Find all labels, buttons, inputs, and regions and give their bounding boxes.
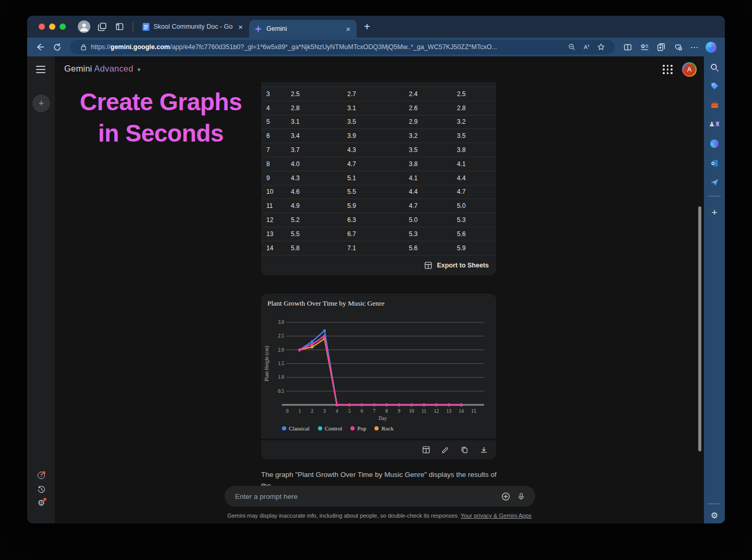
copilot-icon[interactable] [706,42,716,53]
help-icon[interactable]: ? [36,470,46,481]
table-cell: 2.4 [409,90,457,98]
table-cell: 5.8 [291,244,347,252]
add-file-icon[interactable] [498,488,513,504]
brand-name: Gemini [64,64,92,73]
zoom-window-button[interactable] [60,24,66,30]
table-cell: 7.1 [347,244,409,252]
browser-toolbar: https://gemini.google.com/app/e4e7fc7760… [27,38,725,56]
table-cell: 4.0 [291,160,347,168]
headline-overlay: Create Graphs in Seconds [67,86,255,149]
browser-profile-button[interactable] [77,20,91,33]
table-cell: 4.4 [457,174,496,182]
download-icon[interactable] [479,446,488,454]
chart-card: Plant Growth Over Time by Music Genre 0.… [261,294,496,439]
games-icon[interactable]: ♟♜ [709,118,720,130]
page-scrollbar[interactable] [698,206,701,451]
svg-text:3: 3 [323,409,326,414]
table-cell: 5.1 [347,174,409,182]
favorite-star-icon[interactable] [594,40,608,54]
shopping-tag-icon[interactable] [709,80,720,92]
table-cell: 5.5 [347,188,409,195]
url-text: https://gemini.google.com/app/e4e7fc7760… [91,43,565,51]
table-cell: 4 [266,104,291,112]
tab-title: Skool Community Doc - Googl [154,23,233,30]
table-cell: 4.7 [347,160,409,168]
svg-text:15: 15 [471,409,476,414]
table-cell: 3.8 [409,160,457,168]
favorites-icon[interactable] [637,40,652,54]
legend-item: Pop [350,425,366,431]
close-tab-icon[interactable]: × [345,25,351,33]
legend-label: Classical [289,425,310,431]
microphone-icon[interactable] [513,488,529,504]
collections-icon[interactable] [653,40,669,54]
table-cell: 5.9 [457,244,496,252]
browser-essentials-icon[interactable] [670,40,686,54]
address-bar[interactable]: https://gemini.google.com/app/e4e7fc7760… [70,40,615,54]
settings-icon[interactable]: ⚙ [36,498,46,508]
svg-text:0: 0 [286,409,289,414]
table-view-icon[interactable] [421,446,430,454]
outlook-icon[interactable] [709,157,720,169]
prompt-bar[interactable] [225,486,535,507]
history-icon[interactable] [36,484,46,495]
sidebar-settings-icon[interactable]: ⚙ [709,509,720,521]
tab-skool-doc[interactable]: Skool Community Doc - Googl × [137,19,249,34]
table-cell: 7 [266,146,291,154]
minimize-window-button[interactable] [49,24,55,30]
table-cell: 4.7 [409,202,457,209]
table-cell: 3.9 [347,132,409,139]
add-sidebar-item-icon[interactable]: + [709,207,720,218]
edit-pencil-icon[interactable] [441,446,450,454]
legend-dot [350,426,355,430]
zoom-out-icon[interactable] [565,40,579,54]
new-tab-button[interactable]: + [364,21,370,33]
chevron-down-icon: ▾ [137,66,140,73]
close-tab-icon[interactable]: × [237,23,244,31]
split-screen-icon[interactable] [620,40,636,54]
table-cell: 5.6 [409,244,457,252]
read-aloud-icon[interactable]: A [579,40,594,54]
svg-text:Day: Day [379,416,387,421]
toolbox-icon[interactable] [709,99,720,111]
reload-button[interactable] [49,40,65,54]
table-row: 114.95.94.75.0 [261,199,496,213]
table-cell: 3.7 [291,146,347,154]
designer-icon[interactable] [709,138,720,149]
svg-text:Plant Height (cm): Plant Height (cm) [264,346,270,381]
legend-item: Classical [282,425,310,431]
table-cell: 2.9 [409,118,457,125]
gemini-brand[interactable]: Gemini Advanced ▾ [64,64,140,74]
new-chat-button[interactable]: + [32,95,50,112]
sidebar-divider [708,196,721,196]
google-docs-icon [143,23,149,31]
google-apps-icon[interactable] [663,65,673,74]
table-row: 104.65.54.44.7 [261,185,496,200]
svg-text:11: 11 [421,409,426,414]
workspaces-icon[interactable] [95,20,109,33]
export-to-sheets-button[interactable]: Export to Sheets [437,262,489,269]
table-cell: 5 [266,118,291,125]
back-button[interactable] [32,40,48,54]
disclaimer: Gemini may display inaccurate info, incl… [55,512,704,519]
svg-text:2.0: 2.0 [278,347,284,353]
search-icon[interactable] [709,62,720,73]
sheets-table-icon [424,261,432,270]
copy-icon[interactable] [460,446,469,454]
lock-icon[interactable] [76,40,91,54]
avatar-letter: A [684,64,696,76]
tab-actions-icon[interactable] [113,20,126,33]
table-row: 42.83.12.62.8 [261,101,496,115]
table-body: 32.52.72.42.542.83.12.62.853.13.52.93.26… [261,87,496,255]
overflow-menu-icon[interactable]: ⋯ [687,40,702,54]
account-avatar[interactable]: A [682,62,697,77]
close-window-button[interactable] [39,24,45,30]
tab-gemini[interactable]: Gemini × [249,20,357,38]
prompt-input[interactable] [235,493,498,500]
gemini-sidebar: + ? ⚙ [27,56,55,523]
notification-dot [42,471,45,474]
table-cell: 2.5 [291,90,347,98]
drop-paper-plane-icon[interactable] [709,177,720,188]
menu-icon[interactable] [36,66,45,73]
privacy-link[interactable]: Your privacy & Gemini Apps [461,512,532,519]
